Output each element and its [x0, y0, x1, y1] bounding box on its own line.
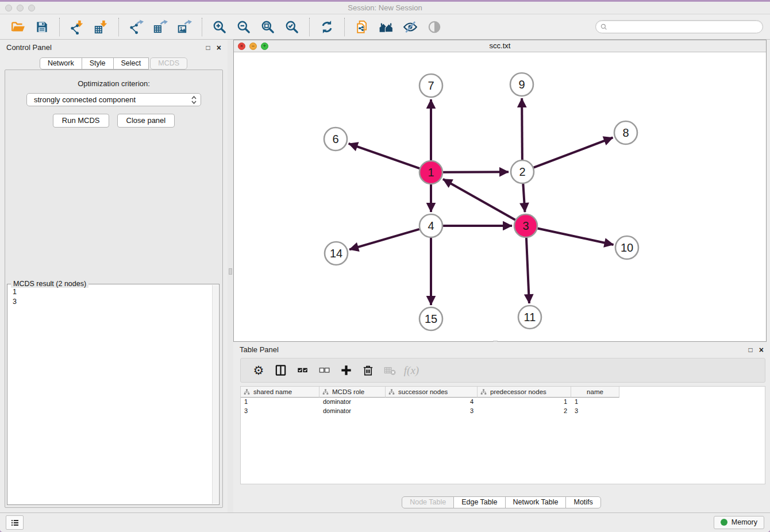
select-all-button[interactable]: [291, 360, 313, 381]
search-box[interactable]: [595, 20, 763, 33]
minimize-window-button[interactable]: [17, 5, 24, 11]
cell-predecessor-nodes[interactable]: 1: [478, 398, 571, 407]
network-maximize-button[interactable]: +: [261, 43, 268, 50]
node-14[interactable]: 14: [325, 242, 348, 265]
float-panel-icon[interactable]: □: [206, 44, 210, 51]
network-canvas[interactable]: 7968124314101511: [234, 52, 766, 341]
run-mcds-button[interactable]: Run MCDS: [53, 114, 109, 128]
column-header-MCDS-role[interactable]: MCDS role: [319, 387, 386, 398]
column-header-predecessor-nodes[interactable]: predecessor nodes: [478, 387, 571, 398]
close-table-panel-icon[interactable]: ×: [759, 346, 764, 354]
cell-predecessor-nodes[interactable]: 2: [478, 407, 571, 416]
search-icon: [600, 23, 608, 31]
home-button[interactable]: [376, 17, 396, 37]
table-row[interactable]: 1dominator411: [241, 398, 765, 407]
show-all-button[interactable]: [424, 17, 445, 37]
node-label: 10: [621, 241, 633, 254]
close-panel-button[interactable]: Close panel: [117, 114, 175, 128]
node-8[interactable]: 8: [614, 121, 637, 144]
result-item[interactable]: 1: [13, 287, 207, 297]
select-all-icon: [296, 364, 309, 377]
edge-2-3[interactable]: [523, 184, 525, 212]
zoom-fit-button[interactable]: [257, 17, 278, 37]
export-table-button[interactable]: [150, 17, 171, 37]
column-label: name: [587, 388, 603, 395]
apply-layout-button[interactable]: [317, 17, 337, 37]
column-type-icon: [322, 389, 329, 395]
column-type-icon: [244, 389, 250, 395]
cell-name[interactable]: 3: [571, 407, 619, 416]
node-2[interactable]: 2: [511, 160, 534, 183]
cell-successor-nodes[interactable]: 4: [386, 398, 478, 407]
edge-3-10[interactable]: [538, 228, 614, 245]
close-panel-icon[interactable]: ×: [217, 44, 221, 52]
edge-1-2[interactable]: [443, 172, 509, 172]
cell-MCDS-role[interactable]: dominator: [319, 407, 386, 416]
memory-button[interactable]: Memory: [714, 516, 764, 529]
node-3[interactable]: 3: [514, 214, 537, 237]
column-header-shared-name[interactable]: shared name: [241, 387, 319, 398]
node-7[interactable]: 7: [419, 74, 442, 97]
node-4[interactable]: 4: [419, 214, 442, 237]
edge-3-1[interactable]: [443, 179, 515, 220]
network-minimize-button[interactable]: −: [249, 43, 257, 50]
node-15[interactable]: 15: [419, 307, 442, 330]
export-image-button[interactable]: [174, 17, 195, 37]
zoom-in-button[interactable]: [209, 17, 230, 37]
close-window-button[interactable]: [5, 5, 12, 11]
tab-network-table[interactable]: Network Table: [505, 496, 567, 508]
node-1[interactable]: 1: [419, 161, 442, 184]
zoom-out-button[interactable]: [233, 17, 254, 37]
result-scrollbar[interactable]: [212, 285, 218, 504]
tab-select[interactable]: Select: [113, 57, 149, 70]
tab-node-table[interactable]: Node Table: [402, 496, 454, 508]
import-network-button[interactable]: [67, 17, 87, 37]
node-9[interactable]: 9: [510, 73, 533, 96]
cell-shared-name[interactable]: 1: [241, 398, 319, 407]
network-graph[interactable]: 7968124314101511: [234, 52, 766, 341]
column-header-successor-nodes[interactable]: successor nodes: [386, 387, 478, 398]
vertical-splitter[interactable]: [228, 40, 233, 512]
node-10[interactable]: 10: [615, 236, 638, 259]
edge-2-9[interactable]: [522, 98, 522, 160]
zoom-window-button[interactable]: [28, 5, 35, 11]
edge-4-14[interactable]: [349, 229, 419, 249]
splitter-handle[interactable]: [229, 268, 232, 275]
add-row-button[interactable]: [335, 360, 357, 381]
toolbar-separator: [344, 18, 345, 36]
tab-mcds[interactable]: MCDS: [150, 57, 187, 70]
split-columns-button[interactable]: [270, 360, 291, 381]
column-header-name[interactable]: name: [571, 387, 619, 398]
deselect-all-button[interactable]: [313, 360, 335, 381]
tab-network[interactable]: Network: [40, 57, 82, 70]
float-table-panel-icon[interactable]: □: [749, 346, 753, 353]
tab-motifs[interactable]: Motifs: [565, 496, 600, 508]
cell-MCDS-role[interactable]: dominator: [319, 398, 386, 407]
open-session-button[interactable]: [7, 17, 28, 37]
optimization-criterion-select[interactable]: strongly connected component: [26, 93, 201, 106]
mcds-result-list[interactable]: 13: [8, 285, 211, 504]
cell-shared-name[interactable]: 3: [241, 407, 319, 416]
zoom-selected-button[interactable]: [282, 17, 302, 37]
hide-selected-button[interactable]: [400, 17, 421, 37]
clone-network-button[interactable]: [352, 17, 372, 37]
search-input[interactable]: [608, 23, 759, 31]
gear-button[interactable]: ⚙: [248, 360, 270, 381]
save-session-button[interactable]: [32, 17, 52, 37]
node-6[interactable]: 6: [324, 128, 347, 151]
import-table-button[interactable]: [91, 17, 111, 37]
task-history-button[interactable]: [6, 515, 24, 530]
edge-1-6[interactable]: [349, 144, 420, 168]
cell-name[interactable]: 1: [571, 398, 619, 407]
node-11[interactable]: 11: [518, 306, 541, 329]
tab-style[interactable]: Style: [82, 57, 114, 70]
edge-2-8[interactable]: [534, 137, 613, 167]
delete-row-button[interactable]: [357, 360, 379, 381]
edge-3-11[interactable]: [526, 238, 529, 303]
cell-successor-nodes[interactable]: 3: [386, 407, 478, 416]
result-item[interactable]: 3: [13, 297, 207, 307]
export-network-button[interactable]: [126, 17, 147, 37]
network-close-button[interactable]: ×: [238, 43, 245, 50]
tab-edge-table[interactable]: Edge Table: [453, 496, 505, 508]
table-row[interactable]: 3dominator323: [241, 407, 765, 416]
